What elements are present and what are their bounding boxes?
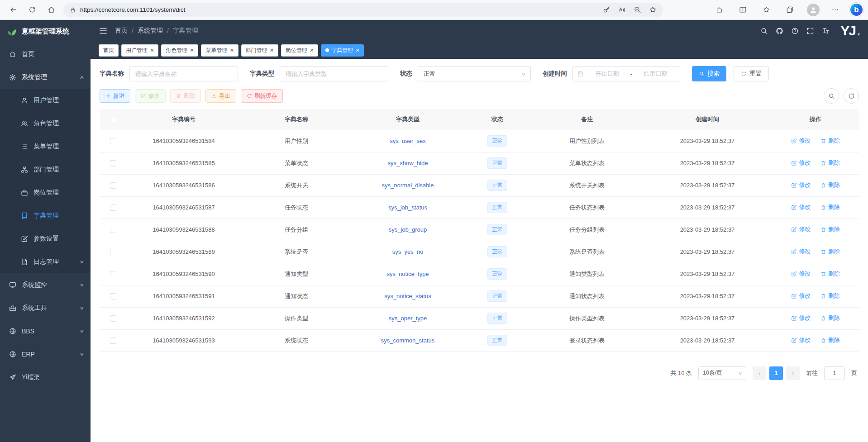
sidebar-item[interactable]: 岗位管理 [0, 181, 91, 204]
row-checkbox[interactable] [110, 204, 116, 211]
dict-type-link[interactable]: sys_show_hide [388, 160, 428, 166]
key-icon[interactable] [599, 4, 614, 16]
close-icon[interactable]: × [150, 47, 154, 53]
row-checkbox[interactable] [110, 293, 116, 299]
toolbar-button[interactable]: 删除 [170, 89, 201, 103]
view-tab[interactable]: 用户管理 × [121, 44, 158, 57]
prev-page-button[interactable]: ‹ [753, 366, 766, 380]
page-number-button[interactable]: 1 [769, 366, 783, 380]
sidebar-item[interactable]: 角色管理 [0, 112, 91, 135]
back-icon[interactable] [5, 3, 22, 17]
sidebar-item[interactable]: ERP ∨ [0, 342, 91, 366]
reset-button[interactable]: 重置 [734, 66, 769, 81]
sidebar-item[interactable]: 日志管理 ∨ [0, 250, 91, 273]
delete-link[interactable]: 删除 [820, 137, 840, 145]
next-page-button[interactable]: › [786, 366, 800, 380]
refresh-icon[interactable] [844, 88, 859, 104]
delete-link[interactable]: 删除 [820, 247, 840, 256]
url-text[interactable]: https://ccnetcore.com:1101/system/dict [80, 6, 595, 13]
close-icon[interactable]: × [356, 47, 359, 53]
star-icon[interactable] [645, 4, 660, 16]
sidebar-item[interactable]: 首页 [0, 43, 91, 66]
column-header[interactable]: 状态 [463, 109, 531, 130]
sidebar-item[interactable]: Yi框架 [0, 366, 91, 389]
dict-type-input[interactable] [280, 66, 388, 81]
breadcrumb-item[interactable]: 字典管理 [173, 27, 198, 35]
edit-link[interactable]: 修改 [791, 181, 811, 189]
column-header[interactable]: 字典名称 [241, 109, 352, 130]
dict-type-link[interactable]: sys_oper_type [389, 315, 427, 322]
row-checkbox[interactable] [110, 249, 116, 255]
dict-type-link[interactable]: sys_user_sex [390, 138, 425, 144]
breadcrumb-item[interactable]: 系统管理 [138, 27, 163, 35]
split-icon[interactable] [731, 3, 754, 17]
dict-type-link[interactable]: sys_notice_type [386, 271, 429, 277]
view-tab[interactable]: 字典管理 × [321, 44, 364, 57]
close-icon[interactable]: × [230, 47, 234, 53]
expand-icon[interactable] [803, 24, 817, 38]
dict-type-link[interactable]: sys_yes_no [392, 248, 424, 255]
profile-avatar[interactable] [807, 4, 820, 16]
search-icon[interactable] [757, 24, 771, 38]
dict-name-input[interactable] [129, 66, 238, 81]
view-tab[interactable]: 首页 [99, 44, 119, 57]
edit-link[interactable]: 修改 [791, 270, 811, 278]
help-icon[interactable] [788, 24, 801, 38]
sidebar-item[interactable]: BBS ∨ [0, 319, 91, 342]
delete-link[interactable]: 删除 [820, 203, 840, 211]
home-icon[interactable] [43, 3, 60, 17]
sidebar-item[interactable]: 部门管理 [0, 158, 91, 181]
delete-link[interactable]: 删除 [820, 225, 840, 233]
row-checkbox[interactable] [110, 315, 116, 322]
row-checkbox[interactable] [110, 337, 116, 344]
dict-type-link[interactable]: sys_common_status [381, 337, 435, 344]
page-size-select[interactable]: 10条/页 ∨ [698, 366, 746, 380]
collections-icon[interactable] [778, 3, 801, 17]
sidebar-item[interactable]: 菜单管理 [0, 135, 91, 158]
toolbar-button[interactable]: 刷新缓存 [241, 89, 283, 103]
close-icon[interactable]: × [310, 47, 314, 53]
sidebar-item[interactable]: 用户管理 [0, 89, 91, 112]
fontsize-icon[interactable] [819, 24, 832, 38]
view-tab[interactable]: 角色管理 × [161, 44, 198, 57]
edit-link[interactable]: 修改 [791, 292, 811, 300]
search-button[interactable]: 搜索 [692, 66, 726, 81]
user-logo[interactable]: YJ ▾ [840, 24, 860, 38]
search-icon[interactable] [824, 88, 839, 104]
dict-type-link[interactable]: sys_normal_disable [382, 182, 434, 189]
delete-link[interactable]: 删除 [820, 270, 840, 278]
row-checkbox[interactable] [110, 160, 116, 166]
breadcrumb-item[interactable]: 首页 [115, 27, 128, 35]
read-aloud-icon[interactable] [614, 4, 630, 16]
delete-link[interactable]: 删除 [820, 159, 840, 167]
sidebar-item[interactable]: 参数设置 [0, 227, 91, 250]
column-header[interactable]: 操作 [772, 109, 859, 130]
toolbar-button[interactable]: 导出 [205, 89, 236, 103]
dict-type-link[interactable]: sys_job_group [389, 226, 427, 233]
row-checkbox[interactable] [110, 271, 116, 277]
view-tab[interactable]: 菜单管理 × [201, 44, 238, 57]
close-icon[interactable]: × [270, 47, 274, 53]
row-checkbox[interactable] [110, 138, 116, 144]
sidebar-item[interactable]: 系统工具 ∨ [0, 296, 91, 319]
dict-type-link[interactable]: sys_notice_status [384, 293, 431, 299]
view-tab[interactable]: 部门管理 × [241, 44, 278, 57]
zoom-out-icon[interactable] [630, 4, 645, 16]
refresh-icon[interactable] [24, 3, 41, 17]
row-checkbox[interactable] [110, 182, 116, 189]
edit-link[interactable]: 修改 [791, 247, 811, 256]
column-header[interactable]: 字典编号 [127, 109, 241, 130]
column-header[interactable]: 字典类型 [352, 109, 463, 130]
view-tab[interactable]: 岗位管理 × [281, 44, 318, 57]
edit-link[interactable]: 修改 [791, 159, 811, 167]
edit-link[interactable]: 修改 [791, 203, 811, 211]
edit-link[interactable]: 修改 [791, 137, 811, 145]
bing-icon[interactable]: b [849, 3, 863, 17]
column-header[interactable]: 创建时间 [643, 109, 772, 130]
dict-type-link[interactable]: sys_job_status [388, 204, 427, 211]
sidebar-item[interactable]: 系统监控 ∨ [0, 273, 91, 296]
edit-link[interactable]: 修改 [791, 225, 811, 233]
select-all-checkbox[interactable] [110, 117, 116, 123]
toolbar-button[interactable]: 新增 [100, 89, 130, 103]
puzzle-icon[interactable] [707, 3, 731, 17]
